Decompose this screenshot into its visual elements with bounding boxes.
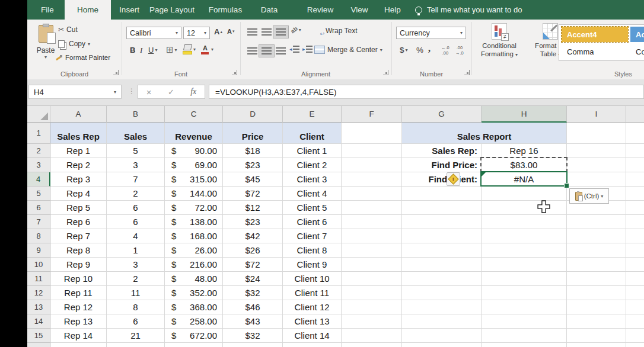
cell-E7[interactable]: Client 6 [283, 215, 342, 229]
cell-F12[interactable] [342, 286, 402, 300]
cell-I1[interactable] [567, 123, 626, 144]
row-header-2[interactable]: 2 [27, 144, 50, 158]
font-family-combo[interactable]: Calibri ▾ [126, 27, 181, 39]
number-format-combo[interactable]: Currency ▾ [396, 27, 466, 39]
style-chip-comma-0[interactable]: Co [630, 44, 644, 59]
cell-A16[interactable] [50, 343, 107, 347]
cell-G11[interactable] [402, 272, 482, 286]
cell-J4[interactable] [626, 172, 644, 187]
dropdown-icon[interactable]: ▾ [88, 41, 90, 47]
align-top-button[interactable] [244, 25, 260, 38]
cell-A13[interactable]: Rep 12 [50, 300, 107, 314]
dropdown-icon[interactable]: ▾ [460, 30, 463, 36]
cell-E13[interactable]: Client 12 [283, 300, 342, 314]
row-header-11[interactable]: 11 [27, 272, 50, 286]
cell-E8[interactable]: Client 7 [283, 229, 342, 243]
row-header-7[interactable]: 7 [27, 215, 50, 229]
cell-E5[interactable]: Client 4 [283, 187, 342, 201]
align-middle-button[interactable] [259, 25, 275, 38]
cell-A8[interactable]: Rep 7 [50, 229, 107, 243]
dropdown-icon[interactable]: ▾ [44, 54, 47, 60]
decrease-indent-button[interactable]: ◂ [289, 46, 299, 53]
cell-D3[interactable]: $23 [223, 158, 283, 172]
insert-function-icon[interactable]: fx [190, 87, 196, 97]
cell-D8[interactable]: $42 [223, 229, 283, 243]
cell-E3[interactable]: Client 2 [283, 158, 342, 172]
cell-J14[interactable] [626, 314, 644, 329]
cell-I15[interactable] [567, 329, 626, 343]
tab-home[interactable]: Home [65, 0, 111, 20]
cell-B2[interactable]: 5 [107, 144, 165, 158]
cell-F9[interactable] [342, 243, 402, 258]
cell-B13[interactable]: 8 [107, 300, 165, 314]
cell-E9[interactable]: Client 8 [283, 243, 342, 258]
cell-H14[interactable] [482, 314, 567, 329]
column-header-H[interactable]: H [482, 106, 567, 123]
italic-button[interactable]: I [140, 46, 142, 55]
number-dialog-launcher-icon[interactable] [464, 70, 470, 75]
cell-I2[interactable] [567, 144, 626, 158]
cell-A4[interactable]: Rep 3 [50, 172, 107, 187]
cell-A3[interactable]: Rep 2 [50, 158, 107, 172]
percent-style-button[interactable]: % [416, 46, 423, 54]
cell-H2[interactable]: Rep 16 [482, 144, 567, 158]
dropdown-icon[interactable]: ▾ [406, 47, 408, 53]
cell-I13[interactable] [567, 300, 626, 314]
column-header-C[interactable]: C [165, 106, 223, 123]
cell-G15[interactable] [402, 329, 482, 343]
cell-I7[interactable] [567, 215, 626, 229]
cell-I12[interactable] [567, 286, 626, 300]
cell-F7[interactable] [342, 215, 402, 229]
cell-F15[interactable] [342, 329, 402, 343]
font-size-combo[interactable]: 12 ▾ [183, 27, 210, 39]
wrap-text-button[interactable]: ↩ Wrap Text [314, 27, 358, 35]
column-header-E[interactable]: E [283, 106, 342, 123]
cell-A10[interactable]: Rep 9 [50, 258, 107, 272]
enter-icon[interactable]: ✓ [168, 88, 174, 97]
cell-A9[interactable]: Rep 8 [50, 243, 107, 258]
cell-G5[interactable] [402, 187, 482, 201]
cell-I8[interactable] [567, 229, 626, 243]
cell-D7[interactable]: $23 [223, 215, 283, 229]
cell-H6[interactable] [482, 201, 567, 215]
dropdown-icon[interactable]: ▾ [601, 194, 603, 199]
row-header-10[interactable]: 10 [27, 258, 50, 272]
row-header-4[interactable]: 4 [27, 172, 50, 187]
cell-H15[interactable] [482, 329, 567, 343]
select-all-button[interactable] [27, 106, 50, 123]
paste-options-button[interactable]: (Ctrl) ▾ [569, 188, 609, 204]
cell-E1[interactable]: Client [283, 123, 342, 144]
cell-D13[interactable]: $46 [223, 300, 283, 314]
format-painter-button[interactable]: Format Painter [56, 54, 110, 61]
cell-C9[interactable]: $26.00 [165, 243, 223, 258]
cell-G6[interactable] [402, 201, 482, 215]
tab-insert[interactable]: Insert [119, 0, 139, 20]
increase-font-size-button[interactable]: A ▴ [214, 27, 222, 36]
cell-F3[interactable] [342, 158, 402, 172]
dropdown-icon[interactable]: ▾ [380, 47, 382, 53]
row-header-13[interactable]: 13 [27, 300, 50, 314]
column-header-B[interactable]: B [107, 106, 165, 123]
cell-B12[interactable]: 11 [107, 286, 165, 300]
row-header-3[interactable]: 3 [27, 158, 50, 172]
cell-J16[interactable] [626, 343, 644, 347]
alignment-dialog-launcher-icon[interactable] [383, 70, 388, 75]
cell-A11[interactable]: Rep 10 [50, 272, 107, 286]
tab-formulas[interactable]: Formulas [209, 0, 242, 20]
cell-C3[interactable]: $69.00 [165, 158, 223, 172]
dropdown-icon[interactable]: ▾ [175, 47, 177, 53]
fill-color-button[interactable]: ▾ [183, 44, 196, 54]
cell-F6[interactable] [342, 201, 402, 215]
cell-B8[interactable]: 4 [107, 229, 165, 243]
cell-F11[interactable] [342, 272, 402, 286]
cell-J5[interactable] [626, 187, 644, 201]
cell-C16[interactable] [165, 343, 223, 347]
increase-indent-button[interactable]: ▸ [302, 46, 313, 53]
row-header-5[interactable]: 5 [27, 187, 50, 201]
cell-A5[interactable]: Rep 4 [50, 187, 107, 201]
cell-C6[interactable]: $72.00 [165, 201, 223, 215]
cell-J10[interactable] [626, 258, 644, 272]
row-header-6[interactable]: 6 [27, 201, 50, 215]
row-header-8[interactable]: 8 [27, 229, 50, 243]
column-header-A[interactable]: A [50, 106, 107, 123]
